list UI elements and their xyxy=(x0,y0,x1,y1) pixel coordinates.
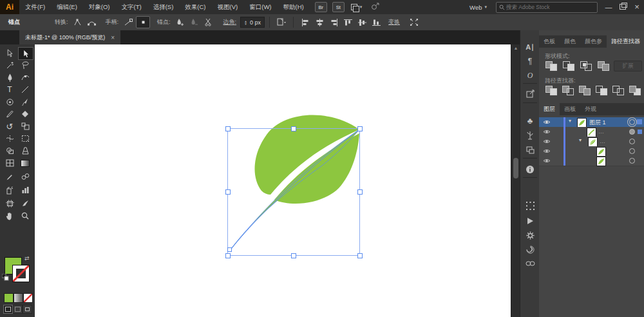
scale-tool[interactable] xyxy=(18,120,32,132)
add-anchor-icon[interactable] xyxy=(174,17,187,28)
layer-row-1[interactable]: ▾ 图层 1 xyxy=(539,117,644,128)
path-thumbnail[interactable] xyxy=(587,128,596,137)
mesh-tool[interactable] xyxy=(3,157,17,169)
object-name[interactable]: … xyxy=(598,128,605,135)
symbols-panel-icon[interactable]: ♣ xyxy=(520,114,540,127)
target-circle[interactable] xyxy=(629,129,635,135)
bbox-handle-e[interactable] xyxy=(357,189,363,195)
hide-handles-icon[interactable] xyxy=(136,16,150,28)
transform-label[interactable]: 变换 xyxy=(388,18,400,26)
remove-anchor-icon[interactable] xyxy=(188,17,201,28)
layer-thumbnail[interactable] xyxy=(577,118,587,128)
expand-chevron-icon[interactable]: ▾ xyxy=(579,137,582,143)
rotate-tool[interactable]: ↺ xyxy=(3,120,17,132)
visibility-eye-icon[interactable] xyxy=(543,129,551,136)
stroke-color-swatch[interactable] xyxy=(12,265,30,282)
path-thumbnail[interactable] xyxy=(596,147,606,157)
tab-appearance[interactable]: 外观 xyxy=(580,103,601,115)
menu-edit[interactable]: 编辑(E) xyxy=(51,0,83,14)
layer-name[interactable]: 图层 1 xyxy=(589,119,606,127)
unite-button[interactable] xyxy=(545,61,557,71)
align-right-icon[interactable] xyxy=(327,17,340,28)
outline-button[interactable] xyxy=(612,86,624,95)
menu-type[interactable]: 文字(T) xyxy=(116,0,147,14)
bbox-handle-nw[interactable] xyxy=(225,126,231,131)
slice-tool[interactable] xyxy=(18,198,32,209)
bbox-handle-ne[interactable] xyxy=(357,126,363,131)
scrollbar-thumb[interactable] xyxy=(513,158,518,178)
none-mode-button[interactable] xyxy=(23,293,33,303)
export-panel-icon[interactable] xyxy=(520,87,540,100)
selection-tool[interactable] xyxy=(18,47,33,60)
minimize-button[interactable]: — xyxy=(601,0,616,14)
default-fill-stroke-icon[interactable] xyxy=(2,274,9,282)
swap-fill-stroke-icon[interactable]: ⇄ xyxy=(24,255,30,262)
minus-back-button[interactable] xyxy=(629,86,641,95)
artboards-panel-icon[interactable] xyxy=(520,144,540,157)
bbox-handle-n[interactable] xyxy=(291,126,296,131)
tab-color[interactable]: 颜色 xyxy=(560,35,580,48)
draw-inside-button[interactable] xyxy=(23,305,32,314)
align-top-icon[interactable] xyxy=(341,17,354,28)
layer-row-4[interactable] xyxy=(539,146,644,157)
info-panel-icon[interactable] xyxy=(520,163,540,176)
search-box[interactable] xyxy=(496,2,598,13)
expand-chevron-icon[interactable]: ▾ xyxy=(569,118,571,124)
blend-tool[interactable] xyxy=(18,171,32,182)
eraser-tool[interactable] xyxy=(18,108,32,120)
align-bottom-icon[interactable] xyxy=(370,17,383,28)
free-transform-icon[interactable] xyxy=(408,17,421,28)
menu-file[interactable]: 文件(F) xyxy=(19,0,51,14)
tab-pathfinder[interactable]: 路径查找器 xyxy=(607,35,644,48)
crop-button[interactable] xyxy=(596,86,607,95)
tab-color-guide[interactable]: 颜色参 xyxy=(580,35,607,48)
document-setup-icon[interactable] xyxy=(275,17,288,28)
direct-selection-tool[interactable] xyxy=(3,47,17,59)
show-handles-icon[interactable] xyxy=(122,17,135,28)
object-name[interactable]: … xyxy=(600,138,606,144)
asset-export-panel-icon[interactable] xyxy=(520,229,540,242)
share-icon[interactable] xyxy=(371,3,379,12)
restore-button[interactable] xyxy=(616,0,630,14)
exclude-button[interactable] xyxy=(598,61,609,71)
tab-artboards[interactable]: 画板 xyxy=(560,103,580,115)
actions-panel-icon[interactable] xyxy=(520,215,540,227)
align-middle-icon[interactable] xyxy=(355,17,368,28)
artboard-tool[interactable] xyxy=(3,198,17,209)
layer-row-3[interactable]: ▾ … xyxy=(539,137,644,147)
bbox-handle-sw[interactable] xyxy=(225,253,231,258)
visibility-eye-icon[interactable] xyxy=(543,139,551,146)
visibility-eye-icon[interactable] xyxy=(543,148,551,155)
merge-button[interactable] xyxy=(579,86,591,95)
draw-normal-button[interactable] xyxy=(3,305,13,314)
hand-tool[interactable] xyxy=(3,210,17,222)
paragraph-panel-icon[interactable]: ¶ xyxy=(520,55,540,68)
scroll-up-icon[interactable]: ▲ xyxy=(511,46,520,50)
bridge-icon[interactable]: Br xyxy=(315,2,327,12)
menu-object[interactable]: 对象(O) xyxy=(83,0,116,14)
character-panel-icon[interactable]: A∣ xyxy=(520,41,540,53)
column-graph-tool[interactable] xyxy=(18,184,32,196)
graphic-styles-panel-icon[interactable] xyxy=(520,129,540,142)
cc-libraries-panel-icon[interactable] xyxy=(520,243,540,256)
canvas-vertical-scrollbar[interactable]: ▲ xyxy=(511,44,520,317)
menu-window[interactable]: 窗口(W) xyxy=(243,0,277,14)
bbox-handle-w[interactable] xyxy=(225,189,231,195)
tab-layers[interactable]: 图层 xyxy=(539,103,560,115)
tab-swatches[interactable]: 色板 xyxy=(539,35,560,48)
convert-to-corner-icon[interactable] xyxy=(71,17,84,28)
corner-label[interactable]: 边角: xyxy=(223,18,237,26)
line-segment-tool[interactable] xyxy=(18,84,32,95)
eyedropper-tool[interactable] xyxy=(3,171,17,182)
shape-tool[interactable] xyxy=(3,96,17,108)
visibility-eye-icon[interactable] xyxy=(543,158,551,165)
paintbrush-tool[interactable] xyxy=(18,96,32,108)
stock-icon[interactable]: St xyxy=(332,2,345,12)
trim-button[interactable] xyxy=(562,86,574,95)
curvature-tool[interactable] xyxy=(18,72,32,83)
target-circle[interactable] xyxy=(629,148,635,154)
divide-button[interactable] xyxy=(545,86,557,95)
links-panel-icon[interactable] xyxy=(520,257,540,270)
layer-row-2[interactable]: … xyxy=(539,127,644,137)
corner-radius-field[interactable]: ▲▼ 0 px xyxy=(240,17,265,28)
